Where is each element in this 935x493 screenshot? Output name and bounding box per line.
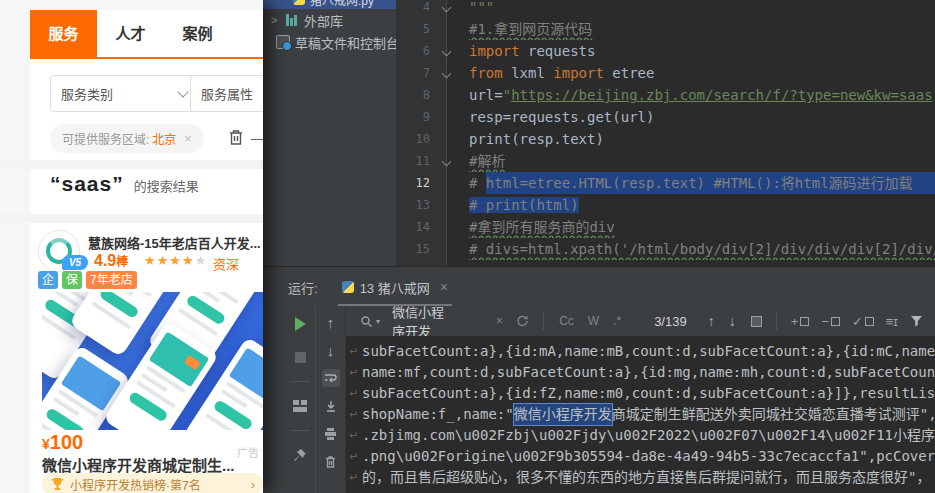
code-segment: etree <box>604 65 655 81</box>
find-toggle-words[interactable]: W <box>588 314 599 328</box>
line-number: 9 <box>396 106 438 128</box>
code-segment: import <box>469 43 520 59</box>
filter-funnel-icon[interactable] <box>910 315 923 327</box>
line-number: 5 <box>396 18 438 40</box>
code-line[interactable]: 8url="https://beijing.zbj.com/search/f/?… <box>396 84 935 106</box>
tree-item[interactable]: 草稿文件和控制台 <box>263 31 396 53</box>
code-line[interactable]: 15# divs=html.xpath('/html/body/div[2]/d… <box>396 238 935 260</box>
star-icon: ★ <box>157 253 170 268</box>
selected-file-label: 猪八戒网.py <box>310 0 374 8</box>
category-select-label: 服务类别 <box>61 84 113 103</box>
console-line: ↵.png\u002Forigine\u002F9b305594-da8e-4a… <box>346 446 935 467</box>
prev-match-icon[interactable]: ↑ <box>708 313 715 329</box>
tree-selected-file[interactable]: 猪八戒网.py <box>263 0 396 9</box>
restore-layout-icon[interactable] <box>291 397 309 415</box>
code-line[interactable]: 10print(resp.text) <box>396 128 935 150</box>
add-occurrence-icon[interactable]: + <box>791 314 810 329</box>
clear-search-icon[interactable]: × <box>496 314 503 328</box>
line-number: 7 <box>396 62 438 84</box>
console-text: name:mf,count:d,subFacetCount:a},{id:mg,… <box>362 362 935 383</box>
console-line: ↵.zbjimg.com\u002Fzbj\u002Fjdy\u002F2022… <box>346 425 935 446</box>
code-text: # html=etree.HTML(resp.text) #HTML():将ht… <box>455 172 935 194</box>
search-match-highlight: 微信小程序开发 <box>514 404 612 425</box>
code-line[interactable]: 9resp=requests.get(url) <box>396 106 935 128</box>
line-number: 15 <box>396 238 438 260</box>
shop-tag-badges: 企保7年老店 <box>38 271 137 289</box>
region-filter-chip[interactable]: 可提供服务区域: 北京 × <box>50 124 204 153</box>
browser-tab[interactable]: 案例 <box>164 10 231 57</box>
shop-name-link[interactable]: 慧族网络-15年老店百人开发... <box>88 233 260 252</box>
search-suffix: 的搜索结果 <box>134 176 199 195</box>
fold-gutter <box>438 18 455 40</box>
code-segment: # <box>469 172 486 194</box>
code-segment: html=etree.HTML(resp.text) #HTML():将html… <box>486 175 913 191</box>
code-editor[interactable]: 4"""5#1.拿到网页源代码6import requests7from lxm… <box>396 0 935 266</box>
find-toggle-case[interactable]: Cc <box>559 314 574 328</box>
divider <box>290 381 310 382</box>
code-line[interactable]: 7from lxml import etree <box>396 62 935 84</box>
attribute-select[interactable]: 服务属性 <box>190 75 263 112</box>
scroll-to-end-icon[interactable] <box>322 397 340 415</box>
console-output[interactable]: ↵subFacetCount:a},{id:mA,name:mB,count:d… <box>346 336 935 493</box>
preserve-case-icon[interactable]: ≡ɪ <box>886 314 898 329</box>
code-line[interactable]: 4""" <box>396 0 935 18</box>
code-segment: resp=requests.get(url) <box>469 109 654 125</box>
console-line: ↵name:mf,count:d,subFacetCount:a},{id:mg… <box>346 362 935 383</box>
code-line[interactable]: 13# print(html) <box>396 194 935 216</box>
code-segment: from <box>469 65 503 81</box>
fold-gutter <box>438 84 455 106</box>
fold-icon[interactable] <box>442 3 452 13</box>
browser-tab[interactable]: 服务 <box>30 10 97 57</box>
up-stack-trace-icon[interactable]: ↑ <box>322 313 340 331</box>
stop-button[interactable] <box>291 348 309 366</box>
rerun-button[interactable] <box>291 315 309 333</box>
code-segment: lxml <box>503 65 554 81</box>
print-icon[interactable] <box>322 425 340 443</box>
code-line[interactable]: 6import requests <box>396 40 935 62</box>
console-text: .zbjimg.com\u002Fzbj\u002Fjdy\u002F2022\… <box>362 425 935 446</box>
category-select[interactable]: 服务类别 <box>50 75 198 112</box>
fold-icon[interactable] <box>442 69 452 79</box>
fold-gutter <box>438 238 455 260</box>
tab-bar: 服务人才案例 <box>30 10 263 59</box>
code-segment: # print(html) <box>469 197 579 213</box>
browser-tab[interactable]: 人才 <box>97 10 164 57</box>
remove-filter-icon[interactable]: × <box>184 131 192 146</box>
run-label: 运行: <box>288 278 318 297</box>
find-toggle-regex[interactable]: .* <box>613 314 621 328</box>
run-tab-label: 13 猪八戒网 <box>360 278 430 297</box>
line-number: 8 <box>396 84 438 106</box>
code-line[interactable]: 11#解析 <box>396 150 935 172</box>
code-text: #拿到所有服务商的div <box>455 216 935 238</box>
fold-gutter <box>438 216 455 238</box>
code-line[interactable]: 14#拿到所有服务商的div <box>396 216 935 238</box>
fold-gutter <box>438 62 455 84</box>
soft-wrap-icon[interactable] <box>322 369 340 387</box>
pin-icon[interactable] <box>291 446 309 464</box>
remove-occurrence-icon[interactable]: − <box>821 314 840 329</box>
code-line[interactable]: 12# html=etree.HTML(resp.text) #HTML():将… <box>396 172 935 194</box>
filter-results-icon[interactable] <box>749 316 762 327</box>
product-image[interactable] <box>42 292 263 430</box>
product-title[interactable]: 微信小程序开发商城定制生... <box>42 454 263 475</box>
wrap-indicator-icon: ↵ <box>346 425 362 446</box>
down-stack-trace-icon[interactable]: ↓ <box>322 341 340 359</box>
selected-code: # print(html) <box>469 197 579 213</box>
search-icon[interactable]: ▾ <box>360 315 380 328</box>
rank-badge[interactable]: 小程序开发热销榜·第7名 › <box>42 473 263 493</box>
close-icon[interactable]: × <box>440 279 448 295</box>
fold-icon[interactable] <box>442 47 452 57</box>
code-segment: #拿到所有服务商的div <box>469 219 615 235</box>
code-line[interactable]: 5#1.拿到网页源代码 <box>396 18 935 40</box>
code-segment: url= <box>469 87 503 103</box>
clear-all-icon[interactable] <box>322 453 340 471</box>
shop-badge: 企 <box>38 271 58 289</box>
select-all-occurrences-icon[interactable]: ✓ <box>852 314 874 329</box>
next-match-icon[interactable]: ↓ <box>729 313 736 329</box>
fold-icon[interactable] <box>442 157 452 167</box>
tree-item[interactable]: >外部库 <box>263 9 396 31</box>
run-tab[interactable]: 13 猪八戒网 × <box>338 267 452 307</box>
find-query[interactable]: 微信小程序开发 <box>392 302 452 340</box>
search-history-icon[interactable] <box>516 315 529 327</box>
trash-icon[interactable] <box>228 129 244 146</box>
